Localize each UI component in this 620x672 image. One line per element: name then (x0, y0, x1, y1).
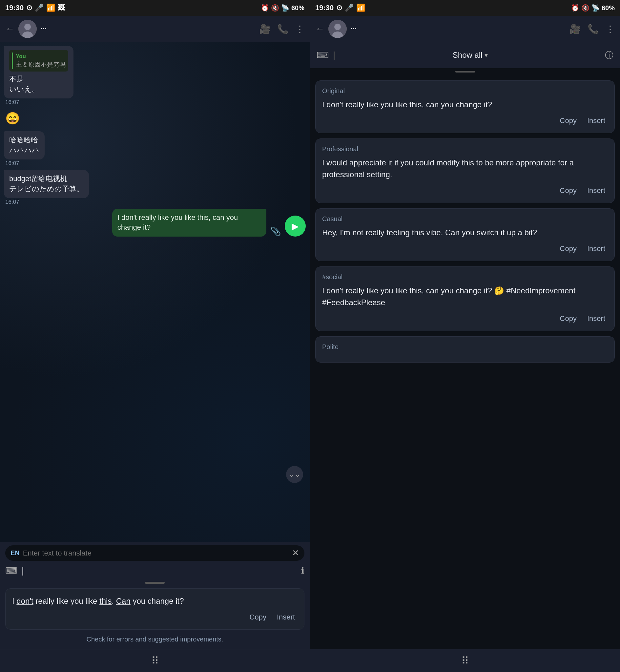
suggestion-text: I don't really like you like this. Can y… (12, 595, 298, 607)
check-errors-text: Check for errors and suggested improveme… (5, 633, 304, 646)
image-icon: 🖼 (58, 4, 65, 12)
rewrite-actions-original: Copy Insert (322, 115, 608, 126)
keyboard-row: ⌨ | ℹ (5, 564, 304, 577)
suggestion-insert-button[interactable]: Insert (274, 612, 298, 623)
status-bar-right: 19:30 ⊙ 🎤 📶 ⏰ 🔇 📡 60% (310, 0, 620, 16)
drag-handle (145, 582, 165, 584)
insert-professional-button[interactable]: Insert (584, 185, 608, 196)
rewrite-label-casual: Casual (322, 215, 608, 223)
alarm-icon-r: ⏰ (571, 4, 579, 12)
time-right: 19:30 (315, 4, 333, 12)
bubble-4: budget留给电视机テレビのための予算。 (4, 170, 89, 198)
copy-professional-button[interactable]: Copy (557, 185, 579, 196)
toolbar-divider: | (333, 50, 335, 60)
home-indicator-right: ⠿ (461, 655, 469, 667)
camera-icon: ⊙ (26, 4, 32, 12)
status-bar-left: 19:30 ⊙ 🎤 📶 🖼 ⏰ 🔇 📡 60% (0, 0, 310, 16)
rewrite-text-original: I don't really like you like this, can y… (322, 99, 608, 111)
contact-info: ··· (41, 24, 255, 33)
chevron-down-icon: ▾ (484, 51, 488, 59)
header-icons-right: 🎥 📞 ⋮ (569, 23, 615, 35)
quote-content: You 主要原因不是穷吗 (16, 52, 66, 69)
insert-social-button[interactable]: Insert (584, 313, 608, 324)
quote-bar (12, 52, 13, 69)
suggestion-card: I don't really like you like this. Can y… (5, 588, 304, 630)
wifi-icon: 📡 (281, 4, 289, 12)
video-call-icon[interactable]: 🎥 (259, 23, 271, 35)
header-icons: 🎥 📞 ⋮ (259, 23, 304, 35)
scroll-down-fab[interactable]: ⌄⌄ (286, 466, 303, 483)
message-2: 😄 (4, 109, 306, 128)
contact-name: ··· (41, 24, 255, 33)
msg-time-1: 16:07 (4, 99, 21, 106)
info-icon[interactable]: ℹ (301, 566, 304, 576)
voice-call-icon[interactable]: 📞 (277, 23, 289, 35)
rewrite-card-professional: Professional I would appreciate it if yo… (315, 139, 615, 203)
quote-sender: You (16, 52, 66, 60)
contact-avatar (18, 20, 37, 38)
mute-icon: 🔇 (271, 4, 279, 12)
back-button-right[interactable]: ← (315, 23, 324, 34)
rewrite-card-original: Original I don't really like you like th… (315, 81, 615, 133)
suggestion-actions: Copy Insert (12, 612, 298, 623)
suggestion-copy-button[interactable]: Copy (247, 612, 269, 623)
signal-icon-r: 📶 (356, 4, 365, 12)
keyboard-icon[interactable]: ⌨ (5, 566, 18, 576)
text-cursor: | (22, 565, 24, 576)
rewrite-label-professional: Professional (322, 145, 608, 153)
rewrite-label-social: #social (322, 273, 608, 281)
bubble-3: 哈哈哈哈ハハハハ (4, 131, 45, 159)
insert-original-button[interactable]: Insert (584, 115, 608, 126)
insert-casual-button[interactable]: Insert (584, 243, 608, 254)
rewrite-card-casual: Casual Hey, I'm not really feeling this … (315, 208, 615, 261)
wifi-icon-r: 📡 (591, 4, 600, 12)
video-call-icon-r[interactable]: 🎥 (569, 23, 581, 35)
rewrite-label-original: Original (322, 87, 608, 95)
mute-icon-r: 🔇 (581, 4, 589, 12)
copy-original-button[interactable]: Copy (557, 115, 579, 126)
left-panel: 19:30 ⊙ 🎤 📶 🖼 ⏰ 🔇 📡 60% ← ··· 🎥 � (0, 0, 310, 672)
battery-left: 60% (291, 4, 304, 12)
contact-avatar-right (328, 20, 347, 38)
info-icon-r[interactable]: ⓘ (605, 50, 613, 61)
rewrite-actions-social: Copy Insert (322, 313, 608, 324)
language-badge: EN (10, 549, 20, 557)
home-indicator-left: ⠿ (151, 655, 159, 667)
rewrites-scroll[interactable]: Original I don't really like you like th… (310, 75, 620, 649)
bubble-1: You 主要原因不是穷吗 不是いいえ。 (4, 46, 73, 98)
rewrite-text-casual: Hey, I'm not really feeling this vibe. C… (322, 227, 608, 239)
chat-messages: You 主要原因不是穷吗 不是いいえ。 16:07 😄 哈哈哈哈ハハハハ 16:… (0, 42, 310, 542)
copy-social-button[interactable]: Copy (557, 313, 579, 324)
input-bar: EN ✕ ⌨ | ℹ I don't really like you like … (0, 542, 310, 649)
right-panel: 19:30 ⊙ 🎤 📶 ⏰ 🔇 📡 60% ← ··· 🎥 📞 ⋮ (310, 0, 620, 672)
attach-icon[interactable]: 📎 (270, 226, 281, 237)
right-toolbar: ⌨ | Show all ▾ ⓘ (310, 42, 620, 68)
scroll-indicator (455, 71, 475, 72)
more-icon[interactable]: ⋮ (295, 23, 304, 35)
rewrite-card-social: #social I don't really like you like thi… (315, 266, 615, 331)
show-all-button[interactable]: Show all ▾ (453, 51, 488, 60)
back-button[interactable]: ← (5, 23, 14, 34)
message-5: I don't really like you like this, can y… (4, 209, 306, 237)
toolbar-left: ⌨ | (317, 50, 335, 60)
msg-text-3: 哈哈哈哈ハハハハ (9, 135, 39, 156)
bottom-nav-left: ⠿ (0, 649, 310, 672)
close-translate-button[interactable]: ✕ (292, 548, 299, 558)
more-icon-r[interactable]: ⋮ (606, 23, 615, 35)
voice-call-icon-r[interactable]: 📞 (587, 23, 599, 35)
show-all-label: Show all (453, 51, 482, 60)
contact-name-right: ··· (351, 24, 566, 33)
keyboard-icon-r[interactable]: ⌨ (317, 50, 329, 60)
translate-row: EN ✕ (5, 545, 304, 561)
camera-icon-r: ⊙ (336, 4, 342, 12)
translate-input[interactable] (23, 549, 289, 558)
time-left: 19:30 (5, 4, 23, 12)
msg-time-4: 16:07 (4, 199, 21, 205)
svg-point-1 (24, 23, 31, 30)
rewrite-actions-professional: Copy Insert (322, 185, 608, 196)
message-1: You 主要原因不是穷吗 不是いいえ。 16:07 (4, 46, 306, 106)
copy-casual-button[interactable]: Copy (557, 243, 579, 254)
quote-text: 主要原因不是穷吗 (16, 60, 66, 69)
send-button[interactable]: ▶ (285, 216, 306, 237)
chat-header-right: ← ··· 🎥 📞 ⋮ (310, 16, 620, 42)
